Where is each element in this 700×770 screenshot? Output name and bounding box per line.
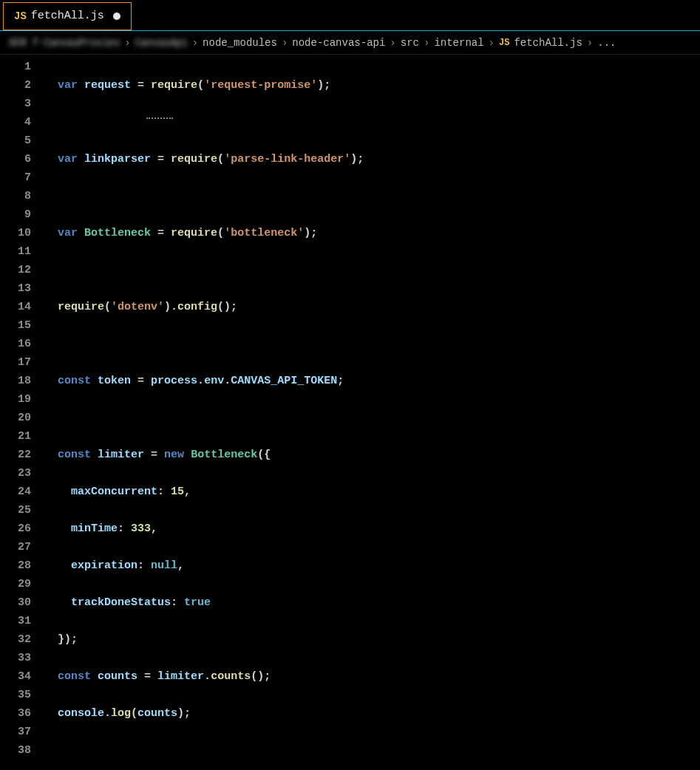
line-number: 38 (0, 741, 31, 760)
line-number: 21 (0, 427, 31, 446)
line-number: 13 (0, 279, 31, 298)
breadcrumb-seg[interactable]: fetchAll.js (514, 37, 582, 49)
line-number: 36 (0, 704, 31, 723)
line-number: 20 (0, 409, 31, 427)
line-number: 2 (0, 76, 31, 95)
breadcrumb-seg[interactable]: node-canvas-api (292, 37, 385, 49)
line-number: 19 (0, 390, 31, 409)
line-number: 22 (0, 446, 31, 464)
line-number: 10 (0, 224, 31, 242)
line-number: 5 (0, 132, 31, 150)
js-file-icon: JS (14, 10, 27, 22)
line-number: 3 (0, 95, 31, 113)
line-number: 31 (0, 612, 31, 630)
line-number: 8 (0, 187, 31, 205)
line-number: 18 (0, 372, 31, 390)
line-number: 25 (0, 501, 31, 519)
chevron-right-icon: › (192, 37, 198, 49)
line-number: 33 (0, 649, 31, 667)
line-number: 26 (0, 519, 31, 538)
breadcrumb-seg-blurred[interactable]: OCR f-CanvasProxies (9, 37, 120, 49)
line-number: 29 (0, 575, 31, 593)
chevron-right-icon: › (390, 37, 395, 49)
line-number: 16 (0, 335, 31, 353)
line-number: 15 (0, 316, 31, 335)
line-number: 17 (0, 353, 31, 372)
line-number: 34 (0, 667, 31, 686)
line-number: 32 (0, 630, 31, 649)
chevron-right-icon: › (424, 37, 429, 49)
line-number: 24 (0, 483, 31, 501)
line-number: 12 (0, 261, 31, 279)
breadcrumb[interactable]: OCR f-CanvasProxies › CanvasApi › node_m… (0, 31, 700, 55)
dirty-indicator-icon (113, 13, 120, 20)
tab-bar: JS fetchAll.js (0, 0, 700, 31)
linter-hint-underline (146, 117, 173, 119)
line-number: 23 (0, 464, 31, 483)
chevron-right-icon: › (587, 37, 593, 49)
breadcrumb-seg-blurred[interactable]: CanvasApi (135, 37, 188, 49)
code-content[interactable]: var request = require('request-promise')… (41, 58, 700, 770)
js-file-icon: JS (499, 38, 509, 48)
line-number: 4 (0, 113, 31, 132)
line-number: 28 (0, 556, 31, 575)
tab-label: fetchAll.js (31, 10, 104, 22)
line-number: 14 (0, 298, 31, 316)
breadcrumb-seg[interactable]: node_modules (203, 37, 277, 49)
tab-fetchall[interactable]: JS fetchAll.js (3, 2, 132, 30)
line-number: 11 (0, 242, 31, 261)
chevron-right-icon: › (124, 37, 130, 49)
line-number: 30 (0, 593, 31, 612)
breadcrumb-seg[interactable]: src (401, 37, 419, 49)
breadcrumb-tail[interactable]: ... (597, 37, 616, 49)
line-number: 1 (0, 58, 31, 76)
code-editor[interactable]: 1234567891011121314151617181920212223242… (0, 55, 700, 770)
line-number: 6 (0, 150, 31, 168)
breadcrumb-seg[interactable]: internal (434, 37, 483, 49)
line-number: 9 (0, 205, 31, 224)
line-number: 37 (0, 723, 31, 741)
line-number: 35 (0, 686, 31, 704)
chevron-right-icon: › (489, 37, 495, 49)
line-number-gutter: 1234567891011121314151617181920212223242… (0, 58, 41, 770)
line-number: 7 (0, 168, 31, 187)
line-number: 27 (0, 538, 31, 556)
chevron-right-icon: › (282, 37, 288, 49)
